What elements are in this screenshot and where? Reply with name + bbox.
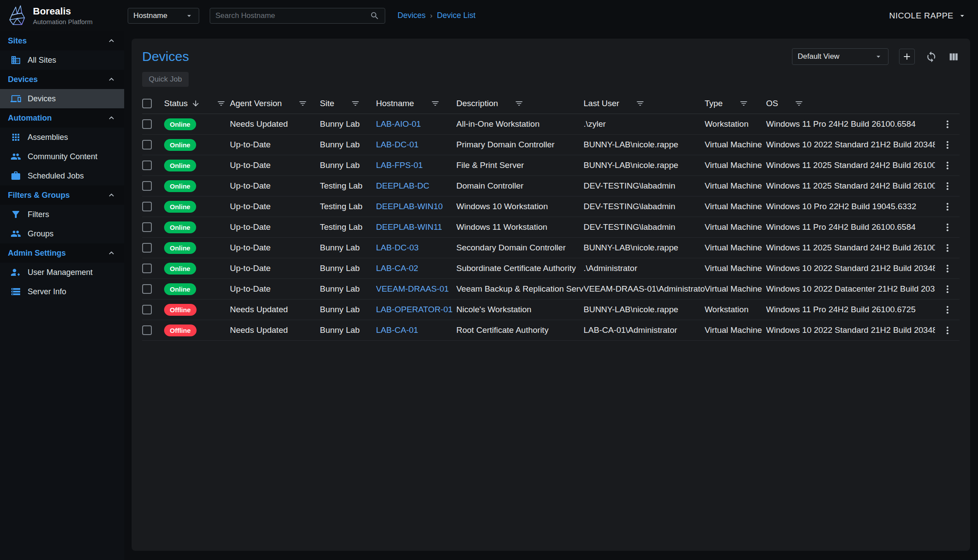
table-header-row: StatusAgent VersionSiteHostnameDescripti…	[142, 93, 960, 114]
chevron-up-icon	[107, 190, 116, 200]
column-header-hostname[interactable]: Hostname	[376, 99, 456, 108]
filter-icon[interactable]	[351, 99, 360, 108]
hostname-link[interactable]: LAB-AIO-01	[376, 119, 421, 129]
row-checkbox[interactable]	[142, 140, 152, 150]
os-cell: Windows 11 Pro 24H2 Build 26100.6725	[766, 305, 935, 314]
row-actions-button[interactable]	[935, 284, 960, 294]
sidebar-item-assemblies[interactable]: Assemblies	[0, 128, 124, 147]
row-checkbox[interactable]	[142, 243, 152, 253]
row-checkbox[interactable]	[142, 202, 152, 211]
search-icon[interactable]	[370, 11, 380, 21]
row-checkbox[interactable]	[142, 119, 152, 129]
row-checkbox[interactable]	[142, 284, 152, 294]
sort-desc-icon[interactable]	[191, 99, 200, 108]
search-input[interactable]: Search Hostname	[210, 8, 385, 24]
sidebar-item-filters[interactable]: Filters	[0, 205, 124, 224]
row-actions-button[interactable]	[935, 119, 960, 129]
column-header-os[interactable]: OS	[766, 99, 935, 108]
filter-icon[interactable]	[298, 99, 307, 108]
table-row[interactable]: OnlineUp-to-DateBunny LabLAB-CA-02Subord…	[142, 258, 960, 279]
user-menu[interactable]: NICOLE RAPPE	[889, 11, 967, 21]
user-name: NICOLE RAPPE	[889, 11, 953, 21]
filter-icon[interactable]	[795, 99, 803, 108]
row-checkbox[interactable]	[142, 161, 152, 170]
agent-version-cell: Needs Updated	[230, 119, 320, 129]
column-header-description[interactable]: Description	[456, 99, 584, 108]
hostname-link[interactable]: LAB-CA-02	[376, 264, 418, 273]
sidebar-section-filters-groups[interactable]: Filters & Groups	[0, 185, 124, 205]
hostname-link[interactable]: DEEPLAB-WIN10	[376, 202, 443, 211]
view-select[interactable]: Default View	[792, 48, 888, 65]
filter-icon[interactable]	[217, 99, 226, 108]
filter-icon[interactable]	[431, 99, 440, 108]
search-field-select[interactable]: Hostname	[128, 8, 199, 24]
refresh-button[interactable]	[925, 51, 937, 63]
table-row[interactable]: OnlineNeeds UpdatedBunny LabLAB-AIO-01Al…	[142, 114, 960, 135]
sidebar-item-all-sites[interactable]: All Sites	[0, 50, 124, 70]
hostname-link[interactable]: VEEAM-DRAAS-01	[376, 284, 449, 294]
table-row[interactable]: OnlineUp-to-DateTesting LabDEEPLAB-WIN10…	[142, 196, 960, 217]
row-actions-button[interactable]	[935, 161, 960, 171]
row-actions-button[interactable]	[935, 181, 960, 191]
kebab-menu-icon	[942, 161, 953, 171]
hostname-link[interactable]: LAB-DC-01	[376, 140, 419, 150]
row-checkbox[interactable]	[142, 325, 152, 335]
sidebar-item-groups[interactable]: Groups	[0, 224, 124, 243]
row-checkbox[interactable]	[142, 305, 152, 314]
row-actions-button[interactable]	[935, 243, 960, 253]
breadcrumb-device-list[interactable]: Device List	[437, 11, 476, 20]
kebab-menu-icon	[942, 325, 953, 335]
sidebar-section-admin-settings[interactable]: Admin Settings	[0, 243, 124, 263]
row-actions-button[interactable]	[935, 305, 960, 315]
column-header-status[interactable]: Status	[164, 99, 230, 108]
os-cell: Windows 11 Pro 24H2 Build 26100.6584	[766, 222, 935, 232]
row-actions-button[interactable]	[935, 202, 960, 212]
hostname-link[interactable]: LAB-FPS-01	[376, 161, 423, 170]
row-checkbox[interactable]	[142, 222, 152, 232]
column-header-site[interactable]: Site	[320, 99, 376, 108]
brand: Borealis Automation Platform	[0, 5, 124, 27]
os-cell: Windows 11 Pro 24H2 Build 26100.6584	[766, 119, 935, 129]
table-row[interactable]: OfflineNeeds UpdatedBunny LabLAB-CA-01Ro…	[142, 320, 960, 341]
select-all-checkbox[interactable]	[142, 99, 152, 108]
hostname-link[interactable]: DEEPLAB-WIN11	[376, 222, 442, 232]
hostname-link[interactable]: LAB-CA-01	[376, 325, 418, 335]
row-actions-button[interactable]	[935, 140, 960, 150]
breadcrumb-devices[interactable]: Devices	[398, 11, 426, 20]
filter-icon[interactable]	[515, 99, 523, 108]
sidebar-section-devices[interactable]: Devices	[0, 70, 124, 89]
status-badge: Online	[164, 221, 196, 233]
add-view-button[interactable]	[899, 49, 915, 64]
table-row[interactable]: OnlineUp-to-DateBunny LabLAB-DC-01Primar…	[142, 135, 960, 155]
row-checkbox[interactable]	[142, 264, 152, 273]
sidebar-item-server-info[interactable]: Server Info	[0, 282, 124, 301]
row-actions-button[interactable]	[935, 222, 960, 232]
table-row[interactable]: OnlineUp-to-DateBunny LabLAB-FPS-01File …	[142, 155, 960, 176]
hostname-link[interactable]: LAB-DC-03	[376, 243, 419, 253]
sidebar-section-automation[interactable]: Automation	[0, 108, 124, 128]
hostname-link[interactable]: DEEPLAB-DC	[376, 181, 429, 191]
sidebar-item-scheduled-jobs[interactable]: Scheduled Jobs	[0, 166, 124, 185]
row-actions-button[interactable]	[935, 264, 960, 274]
column-header-type[interactable]: Type	[705, 99, 766, 108]
table-row[interactable]: OfflineNeeds UpdatedBunny LabLAB-OPERATO…	[142, 300, 960, 320]
column-header-last-user[interactable]: Last User	[584, 99, 705, 108]
columns-button[interactable]	[948, 51, 960, 63]
hostname-link[interactable]: LAB-OPERATOR-01	[376, 305, 453, 314]
column-header-agent-version[interactable]: Agent Version	[230, 99, 320, 108]
sidebar-section-sites[interactable]: Sites	[0, 31, 124, 50]
last-user-cell: DEV-TESTING\labadmin	[584, 181, 705, 191]
quick-job-button[interactable]: Quick Job	[142, 72, 189, 87]
table-row[interactable]: OnlineUp-to-DateBunny LabLAB-DC-03Second…	[142, 238, 960, 258]
table-row[interactable]: OnlineUp-to-DateBunny LabVEEAM-DRAAS-01V…	[142, 279, 960, 300]
filter-icon[interactable]	[636, 99, 645, 108]
table-row[interactable]: OnlineUp-to-DateTesting LabDEEPLAB-DCDom…	[142, 176, 960, 196]
sidebar-item-devices[interactable]: Devices	[0, 89, 124, 108]
row-checkbox[interactable]	[142, 181, 152, 191]
table-row[interactable]: OnlineUp-to-DateTesting LabDEEPLAB-WIN11…	[142, 217, 960, 238]
sidebar-item-community-content[interactable]: Community Content	[0, 147, 124, 166]
filter-icon[interactable]	[739, 99, 748, 108]
row-actions-button[interactable]	[935, 325, 960, 335]
borealis-logo-icon	[7, 5, 27, 27]
sidebar-item-user-management[interactable]: User Management	[0, 263, 124, 282]
